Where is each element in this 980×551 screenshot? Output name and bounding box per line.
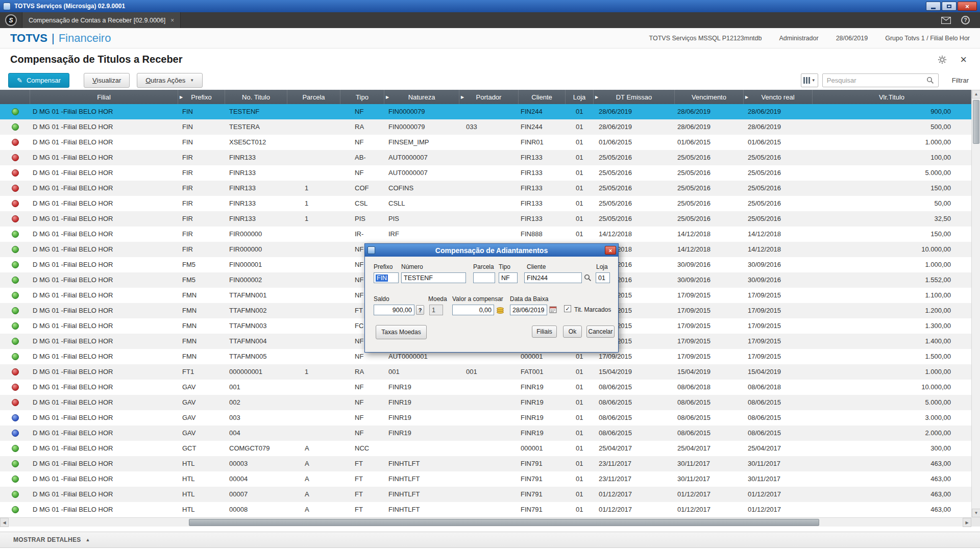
column-header-titulo[interactable]: No. Titulo bbox=[225, 90, 287, 104]
saldo-help-button[interactable]: ? bbox=[416, 305, 424, 315]
cell-portador bbox=[459, 165, 519, 181]
taxas-moedas-button[interactable]: Taxas Moedas bbox=[376, 325, 427, 339]
tipo-field[interactable] bbox=[499, 272, 518, 283]
scroll-left-button[interactable]: ◀ bbox=[0, 518, 9, 527]
calendar-icon[interactable] bbox=[549, 306, 557, 313]
maximize-button[interactable] bbox=[942, 2, 957, 11]
cell-portador bbox=[459, 104, 519, 119]
tab-close-icon[interactable]: × bbox=[170, 17, 174, 24]
table-row[interactable]: D MG 01 -Filial BELO HORFIRFINR1331CSLCS… bbox=[0, 196, 971, 211]
column-sort-arrow-icon[interactable]: ▶ bbox=[180, 95, 183, 99]
table-row[interactable]: D MG 01 -Filial BELO HORGCTCOMGCT079ANCC… bbox=[0, 441, 971, 456]
scroll-down-button[interactable]: ▼ bbox=[972, 509, 980, 517]
table-row[interactable]: D MG 01 -Filial BELO HORFIRFIR000000IR-I… bbox=[0, 227, 971, 242]
cell-filial: D MG 01 -Filial BELO HOR bbox=[30, 303, 178, 318]
column-sort-arrow-icon[interactable]: ▶ bbox=[595, 95, 598, 99]
column-header-portador[interactable]: ▶Portador bbox=[459, 90, 519, 104]
mail-icon[interactable] bbox=[941, 17, 951, 24]
table-row[interactable]: D MG 01 -Filial BELO HORFT10000000011RA0… bbox=[0, 364, 971, 380]
table-row[interactable]: D MG 01 -Filial BELO HORFIRFINR133AB-AUT… bbox=[0, 150, 971, 165]
close-window-button[interactable]: × bbox=[958, 2, 977, 11]
search-icon[interactable] bbox=[926, 77, 934, 84]
column-config-button[interactable]: ▼ bbox=[801, 73, 818, 87]
column-header-natureza[interactable]: ▶Natureza bbox=[384, 90, 459, 104]
cliente-field[interactable] bbox=[524, 272, 582, 283]
gear-icon[interactable] bbox=[938, 55, 947, 64]
table-row[interactable]: D MG 01 -Filial BELO HORFINTESTENFNFFIN0… bbox=[0, 104, 971, 119]
cell-portador bbox=[459, 150, 519, 165]
mostrar-detalhes-bar[interactable]: MOSTRAR DETALHES ▲ bbox=[0, 532, 980, 548]
cell-parcela bbox=[287, 288, 340, 303]
loja-field[interactable] bbox=[596, 272, 610, 283]
cliente-lookup-icon[interactable] bbox=[584, 274, 592, 282]
table-row[interactable]: D MG 01 -Filial BELO HORFIRFINR1331COFCO… bbox=[0, 181, 971, 196]
column-sort-arrow-icon[interactable]: ▶ bbox=[745, 95, 748, 99]
outras-acoes-button[interactable]: Outras Ações ▼ bbox=[137, 73, 203, 88]
app-header: TOTVS | Financeiro TOTVS Serviços MSSQL … bbox=[0, 28, 980, 48]
valor-compensar-field[interactable] bbox=[452, 305, 494, 315]
filiais-button[interactable]: Filiais bbox=[532, 325, 557, 338]
table-row[interactable]: D MG 01 -Filial BELO HORHTL00004AFTFINHT… bbox=[0, 471, 971, 487]
table-row[interactable]: D MG 01 -Filial BELO HORFINTESTERARAFIN0… bbox=[0, 119, 971, 135]
column-sort-arrow-icon[interactable]: ▶ bbox=[386, 95, 389, 99]
table-row[interactable]: D MG 01 -Filial BELO HORHTL00003AFTFINHT… bbox=[0, 456, 971, 471]
cell-titulo: 004 bbox=[225, 425, 287, 441]
money-coins-icon[interactable] bbox=[496, 306, 504, 314]
prefixo-field[interactable]: FIN bbox=[374, 272, 399, 283]
visualizar-button[interactable]: Visualizar bbox=[84, 73, 130, 88]
table-row[interactable]: D MG 01 -Filial BELO HORHTL00008AFTFINHT… bbox=[0, 502, 971, 517]
column-header-status[interactable] bbox=[0, 90, 30, 104]
column-header-filial[interactable]: Filial bbox=[30, 90, 178, 104]
column-sort-arrow-icon[interactable]: ▶ bbox=[461, 95, 464, 99]
cell-vencto_real: 08/06/2018 bbox=[744, 380, 813, 395]
ok-button[interactable]: Ok bbox=[563, 325, 582, 338]
cell-cliente: 000001 bbox=[519, 441, 566, 456]
numero-field[interactable] bbox=[401, 272, 466, 283]
column-header-emissao[interactable]: ▶DT Emissao bbox=[594, 90, 675, 104]
user-name[interactable]: Administrador bbox=[779, 35, 819, 42]
cell-tipo: FT bbox=[340, 456, 384, 471]
cell-parcela bbox=[287, 104, 340, 119]
column-header-valor[interactable]: Vlr.Titulo bbox=[813, 90, 971, 104]
vertical-scroll-thumb[interactable] bbox=[973, 100, 979, 144]
column-header-loja[interactable]: Loja bbox=[566, 90, 594, 104]
horizontal-scrollbar[interactable]: ◀ ▶ bbox=[0, 517, 971, 527]
column-header-cliente[interactable]: Cliente bbox=[519, 90, 566, 104]
dialog-close-button[interactable]: × bbox=[605, 246, 616, 255]
tit-marcados-checkbox[interactable]: ✓ bbox=[564, 305, 571, 312]
table-row[interactable]: D MG 01 -Filial BELO HORGAV002NFFINR19FI… bbox=[0, 395, 971, 410]
help-icon[interactable]: ? bbox=[961, 16, 970, 24]
horizontal-scroll-thumb[interactable] bbox=[189, 519, 819, 526]
column-header-tipo[interactable]: Tipo bbox=[340, 90, 384, 104]
compensar-button[interactable]: ✎ Compensar bbox=[8, 73, 69, 88]
scroll-right-button[interactable]: ▶ bbox=[963, 518, 971, 527]
tab-compensacao-contas-receber[interactable]: Compensação de Contas a Receber [02.9.00… bbox=[22, 12, 181, 28]
cancelar-button[interactable]: Cancelar bbox=[586, 325, 615, 338]
status-cell bbox=[0, 196, 30, 211]
table-row[interactable]: D MG 01 -Filial BELO HORFIRFINR133NFAUT0… bbox=[0, 165, 971, 181]
table-row[interactable]: D MG 01 -Filial BELO HORGAV003NFFINR19FI… bbox=[0, 410, 971, 425]
page-title: Compensação de Titulos a Receber bbox=[10, 54, 938, 65]
column-header-parcela[interactable]: Parcela bbox=[287, 90, 340, 104]
search-input[interactable] bbox=[827, 77, 926, 84]
parcela-field[interactable] bbox=[473, 272, 495, 283]
table-row[interactable]: D MG 01 -Filial BELO HORGAV004NFFINR19FI… bbox=[0, 425, 971, 441]
minimize-button[interactable] bbox=[926, 2, 941, 11]
filtrar-link[interactable]: Filtrar bbox=[952, 77, 969, 84]
column-header-prefixo[interactable]: ▶Prefixo bbox=[178, 90, 225, 104]
cell-portador bbox=[459, 410, 519, 425]
saldo-field[interactable] bbox=[374, 305, 414, 315]
table-row[interactable]: D MG 01 -Filial BELO HORHTL00007AFTFINHT… bbox=[0, 487, 971, 502]
vertical-scrollbar[interactable]: ▲ ▼ bbox=[971, 90, 980, 517]
page-close-icon[interactable]: × bbox=[960, 54, 967, 65]
branch-name[interactable]: Grupo Totvs 1 / Filial Belo Hor bbox=[885, 35, 970, 42]
cell-emissao: 01/12/2017 bbox=[594, 502, 675, 517]
table-row[interactable]: D MG 01 -Filial BELO HORFINXSE5CT012NFFI… bbox=[0, 135, 971, 150]
scroll-up-button[interactable]: ▲ bbox=[972, 90, 980, 98]
column-header-vencto_real[interactable]: ▶Vencto real bbox=[744, 90, 813, 104]
table-row[interactable]: D MG 01 -Filial BELO HORGAV001NFFINR19FI… bbox=[0, 380, 971, 395]
column-header-vencimento[interactable]: Vencimento bbox=[675, 90, 744, 104]
data-baixa-field[interactable] bbox=[510, 305, 547, 315]
table-row[interactable]: D MG 01 -Filial BELO HORFIRFINR1331PISPI… bbox=[0, 211, 971, 227]
cell-vencto_real: 01/12/2017 bbox=[744, 487, 813, 502]
